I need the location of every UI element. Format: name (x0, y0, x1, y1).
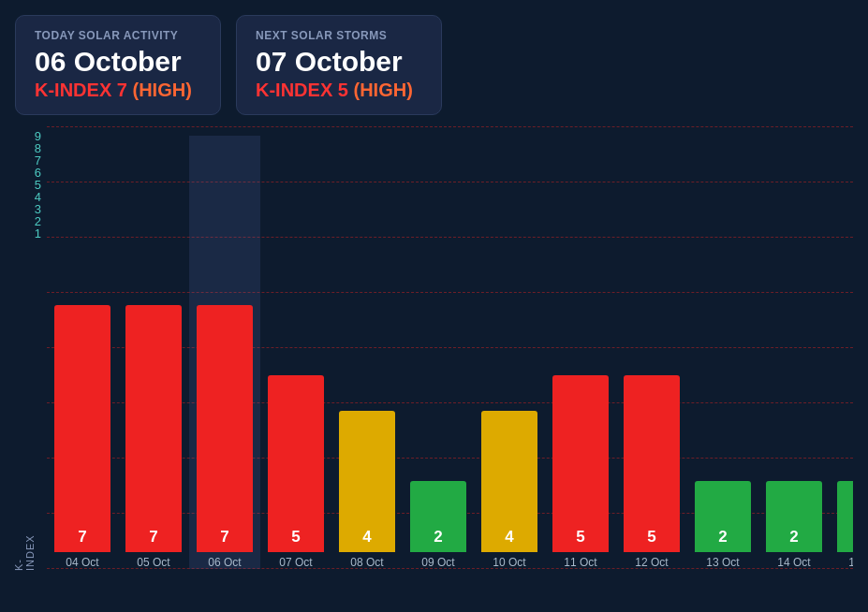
today-kindex-text: K-INDEX 7 (35, 80, 127, 100)
bar-value: 5 (576, 528, 584, 546)
bar: 4 (339, 411, 395, 552)
today-card-label: TODAY SOLAR ACTIVITY (35, 29, 201, 42)
bar-date-label: 08 Oct (331, 556, 403, 569)
bar-group: 408 Oct (331, 136, 403, 569)
bar-date-label: 15 Oct (830, 556, 853, 569)
chart-container: 987654321 K-INDEX 704 Oct705 Oct706 Oct5… (15, 126, 853, 597)
chart-plot: 704 Oct705 Oct706 Oct507 Oct408 Oct209 O… (47, 126, 853, 597)
bar-value: 2 (434, 528, 442, 546)
y-label: 1 (35, 227, 41, 240)
next-card-kindex: K-INDEX 5 (HIGH) (256, 80, 422, 101)
bar-group: 214 Oct (758, 136, 830, 569)
bar-group: 704 Oct (47, 136, 118, 569)
bar-date-label: 10 Oct (474, 556, 545, 569)
chart-outer: 987654321 K-INDEX 704 Oct705 Oct706 Oct5… (15, 126, 853, 597)
bar-date-label: 07 Oct (260, 556, 331, 569)
bar: 5 (552, 375, 609, 552)
bar-date-label: 05 Oct (118, 556, 189, 569)
bar-group: 410 Oct (474, 136, 545, 569)
bar-value: 4 (362, 528, 371, 546)
bar: 7 (197, 305, 253, 552)
next-kindex-level: (HIGH) (353, 80, 412, 100)
next-card-date: 07 October (256, 46, 422, 78)
bars-scroll[interactable]: 704 Oct705 Oct706 Oct507 Oct408 Oct209 O… (47, 126, 853, 597)
next-card-label: NEXT SOLAR STORMS (256, 29, 422, 42)
bar: 2 (837, 481, 853, 552)
bar-value: 5 (647, 528, 655, 546)
y-axis-title: K-INDEX (13, 526, 36, 571)
bar-date-label: 13 Oct (687, 556, 758, 569)
bar: 2 (410, 481, 466, 552)
bar-date-label: 11 Oct (545, 556, 616, 569)
bar-value: 2 (718, 528, 727, 546)
bar: 2 (695, 481, 751, 552)
bar: 5 (268, 375, 324, 552)
bar-group: 209 Oct (403, 136, 474, 569)
bar-date-label: 09 Oct (403, 556, 474, 569)
next-kindex-text: K-INDEX 5 (256, 80, 348, 100)
bar-value: 2 (789, 528, 798, 546)
bar-group: 213 Oct (687, 136, 758, 569)
bar-date-label: 06 Oct (189, 556, 260, 569)
bar-date-label: 12 Oct (616, 556, 687, 569)
bar-date-label: 04 Oct (47, 556, 118, 569)
bar-group: 215 Oct (830, 136, 853, 569)
bar-group: 706 Oct (189, 136, 260, 569)
bar-group: 512 Oct (616, 136, 687, 569)
bar-group: 511 Oct (545, 136, 616, 569)
bar: 5 (624, 375, 680, 552)
info-cards-row: TODAY SOLAR ACTIVITY 06 October K-INDEX … (15, 15, 853, 115)
bar-value: 4 (505, 528, 513, 546)
next-storms-card: NEXT SOLAR STORMS 07 October K-INDEX 5 (… (236, 15, 442, 115)
today-card-date: 06 October (35, 46, 201, 78)
y-axis: 987654321 (19, 126, 47, 241)
bar: 4 (481, 411, 537, 552)
bar-value: 7 (149, 528, 157, 546)
bar-value: 7 (220, 528, 228, 546)
bar-date-label: 14 Oct (758, 556, 830, 569)
bar: 2 (766, 481, 822, 552)
bars-inner: 704 Oct705 Oct706 Oct507 Oct408 Oct209 O… (47, 126, 853, 597)
bar: 7 (54, 305, 110, 552)
today-kindex-level: (HIGH) (132, 80, 191, 100)
today-solar-card: TODAY SOLAR ACTIVITY 06 October K-INDEX … (15, 15, 221, 115)
bar: 7 (125, 305, 182, 552)
bar-value: 7 (78, 528, 86, 546)
bar-group: 705 Oct (118, 136, 189, 569)
bar-group: 507 Oct (260, 136, 331, 569)
bar-value: 5 (291, 528, 300, 546)
today-card-kindex: K-INDEX 7 (HIGH) (35, 80, 201, 101)
